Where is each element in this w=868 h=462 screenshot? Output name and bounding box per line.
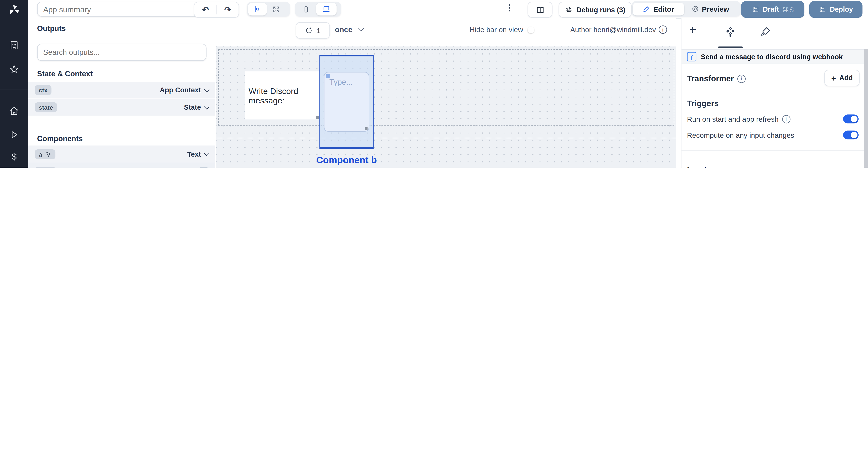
recompute-toggle[interactable] [843,131,859,139]
inputs-title: Inputs [687,165,711,168]
draft-shortcut: ⌘S [782,5,794,13]
draft-button[interactable]: Draft ⌘S [741,1,804,18]
align-group [247,2,290,16]
docs-button[interactable] [528,2,553,18]
hide-bar-label: Hide bar on view [448,26,523,34]
align-center-button[interactable] [248,3,267,15]
refresh-count-button[interactable]: 1 [296,22,330,39]
section-divider [682,151,864,151]
save-icon [819,6,827,13]
book-icon [536,5,545,14]
panel-header: ƒ Send a message to discord using webhoo… [682,49,868,64]
run-mode-select[interactable]: once [335,26,352,34]
info-icon[interactable]: i [782,115,790,123]
selected-component-b[interactable]: Type... [319,55,374,149]
components-icon[interactable] [724,26,736,38]
tab-preview[interactable]: Preview [684,2,736,15]
top-bar: ↶ ↷ ⋮ Debug runs (3) [28,0,868,19]
panel-header-title: Send a message to discord using webhook [701,53,843,61]
undo-redo-group: ↶ ↷ [194,2,239,18]
plus-tab[interactable]: + [689,23,696,37]
desktop-view-button[interactable] [316,3,337,15]
mobile-view-button[interactable] [296,3,316,15]
a-type: Text [187,150,201,158]
home-icon[interactable] [9,106,19,116]
components-title: Components [37,134,83,142]
panel-scrollbar[interactable] [864,49,868,168]
info-icon[interactable]: i [659,26,667,34]
grid-separator [216,138,676,138]
text-component-a[interactable]: Write Discord message: [245,71,319,120]
chevron-down-icon[interactable] [204,104,209,109]
resize-handle[interactable] [316,116,319,119]
component-row-b[interactable]: b Text Input [28,163,215,168]
selected-component-label: Component b [308,155,385,166]
resize-handle[interactable] [365,127,368,130]
app-window: ↶ ↷ ⋮ Debug runs (3) [0,0,868,168]
search-outputs-input[interactable] [37,44,207,61]
app-summary-input[interactable] [37,2,204,16]
building-icon[interactable] [9,40,19,50]
play-icon[interactable] [9,130,19,140]
app-canvas: 1 once Hide bar on view Author henri@win… [216,18,676,168]
a-badge: a [39,151,42,157]
state-badge: state [35,102,57,112]
transformer-label: Transformeri [687,74,745,83]
expand-icon [273,5,280,13]
state-context-title: State & Context [37,70,93,78]
ctx-badge: ctx [35,85,52,95]
run-on-start-toggle[interactable] [843,114,859,123]
brush-icon[interactable] [760,26,771,37]
laptop-icon [322,5,330,13]
phone-icon [302,5,310,13]
triggers-title: Triggers [687,99,719,108]
target-icon [691,5,699,13]
editor-preview-group: Editor Preview [632,1,741,16]
author-label: Author henri@windmill.devi [570,26,667,34]
chevron-down-icon[interactable] [358,26,364,32]
recompute-row: Recompute on any input changes [687,131,859,139]
redo-icon[interactable]: ↷ [217,5,239,15]
rail-divider [0,90,28,90]
deploy-button[interactable]: Deploy [809,1,862,18]
ctx-type: App Context [160,86,201,94]
bug-icon [565,6,573,14]
device-group [295,2,341,16]
align-center-icon [253,5,261,13]
nav-rail [0,0,28,168]
pencil-icon [643,5,651,13]
save-icon [752,6,760,13]
state-type: State [184,103,201,111]
refresh-icon [305,27,313,34]
output-row-ctx[interactable]: ctx App Context [28,82,215,99]
debug-runs-button[interactable]: Debug runs (3) [559,2,632,18]
undo-icon[interactable]: ↶ [194,5,216,15]
run-on-start-row: Run on start and app refreshi [687,114,859,123]
type-placeholder: Type... [329,77,352,86]
outputs-title: Outputs [37,24,66,33]
debug-runs-label: Debug runs (3) [577,6,625,14]
star-icon[interactable] [9,64,19,75]
output-row-state[interactable]: state State [28,99,215,116]
windmill-logo-icon[interactable] [8,3,21,16]
outputs-panel: Outputs State & Context ctx App Context … [28,18,217,168]
add-transformer-button[interactable]: +Add [824,70,860,86]
function-icon: ƒ [687,52,696,61]
pointer-icon [45,151,52,157]
fullscreen-button[interactable] [267,3,286,15]
component-row-a[interactable]: a Text [28,145,215,163]
tab-editor[interactable]: Editor [633,2,684,15]
info-icon[interactable]: i [737,74,745,83]
dollar-icon[interactable] [9,152,19,162]
active-tab-underline [718,46,743,48]
component-settings-panel: + ƒ Send a message to discord using webh… [681,18,868,168]
text-input-component[interactable]: Type... [324,72,369,132]
chevron-down-icon[interactable] [204,151,209,156]
chevron-down-icon[interactable] [204,87,209,92]
plus-icon: + [831,73,836,83]
kebab-icon[interactable]: ⋮ [505,3,514,13]
